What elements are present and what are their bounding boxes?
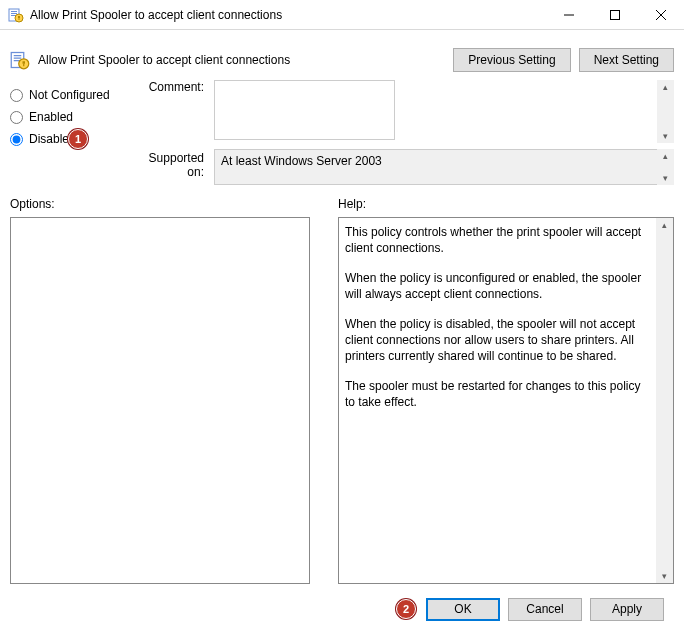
radio-enabled-input[interactable] [10,111,23,124]
comment-textarea[interactable] [214,80,395,140]
help-panel: This policy controls whether the print s… [338,217,674,584]
titlebar: Allow Print Spooler to accept client con… [0,0,684,30]
scroll-up-icon: ▴ [663,80,668,94]
state-radio-group: Not Configured Enabled Disabled 1 [10,88,130,191]
header-row: Allow Print Spooler to accept client con… [10,40,674,80]
scrollbar[interactable]: ▴ ▾ [657,149,674,185]
policy-icon [8,7,24,23]
svg-line-9 [656,10,666,20]
radio-not-configured-input[interactable] [10,89,23,102]
lower-section: Options: Help: This policy controls whet… [10,197,674,584]
supported-on-text: At least Windows Server 2003 [221,154,382,168]
dialog-window: Allow Print Spooler to accept client con… [0,0,684,634]
close-button[interactable] [638,0,684,30]
annotation-badge-1: 1 [68,129,88,149]
radio-not-configured-label: Not Configured [29,88,110,102]
options-panel [10,217,310,584]
help-text: When the policy is unconfigured or enabl… [345,270,653,302]
svg-rect-8 [611,10,620,19]
scrollbar[interactable]: ▴ ▾ [656,218,673,583]
ok-button[interactable]: OK [426,598,500,621]
window-title: Allow Print Spooler to accept client con… [30,8,546,22]
scroll-down-icon: ▾ [663,171,668,185]
svg-rect-6 [19,18,20,20]
svg-rect-2 [11,13,17,14]
previous-setting-button[interactable]: Previous Setting [453,48,570,72]
radio-disabled-input[interactable] [10,133,23,146]
help-text: This policy controls whether the print s… [345,224,653,256]
policy-title: Allow Print Spooler to accept client con… [38,53,290,67]
minimize-button[interactable] [546,0,592,30]
supported-on-value: At least Windows Server 2003 [214,149,674,185]
svg-rect-17 [23,64,24,67]
radio-enabled-label: Enabled [29,110,73,124]
scroll-down-icon: ▾ [663,129,668,143]
help-label: Help: [338,197,674,211]
svg-rect-1 [11,11,17,12]
radio-disabled[interactable]: Disabled 1 [10,132,130,146]
svg-rect-5 [18,16,20,18]
content-area: Allow Print Spooler to accept client con… [0,30,684,634]
radio-not-configured[interactable]: Not Configured [10,88,130,102]
policy-icon [10,50,30,70]
upper-section: Not Configured Enabled Disabled 1 Commen… [10,80,674,191]
comment-label: Comment: [130,80,214,94]
next-setting-button[interactable]: Next Setting [579,48,674,72]
scroll-up-icon: ▴ [663,149,668,163]
scrollbar[interactable]: ▴ ▾ [657,80,674,143]
svg-rect-16 [23,61,26,64]
scroll-down-icon: ▾ [662,569,667,583]
svg-rect-13 [14,58,22,59]
scroll-up-icon: ▴ [662,218,667,232]
apply-button[interactable]: Apply [590,598,664,621]
maximize-button[interactable] [592,0,638,30]
cancel-button[interactable]: Cancel [508,598,582,621]
supported-on-label: Supported on: [130,149,214,179]
svg-line-10 [656,10,666,20]
svg-rect-12 [14,55,22,56]
annotation-badge-2: 2 [396,599,416,619]
help-text: When the policy is disabled, the spooler… [345,316,653,364]
footer: 2 OK Cancel Apply [10,584,674,634]
options-label: Options: [10,197,310,211]
help-text: The spooler must be restarted for change… [345,378,653,410]
radio-enabled[interactable]: Enabled [10,110,130,124]
